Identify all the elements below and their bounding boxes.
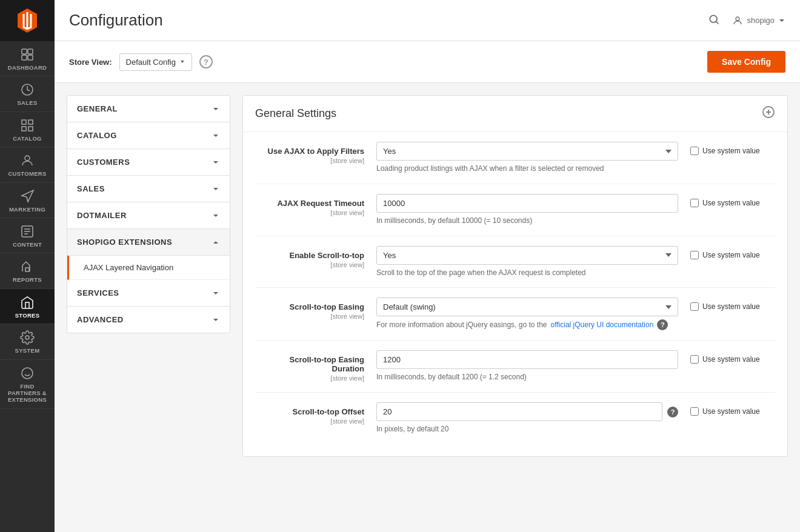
sidebar-item-catalog[interactable]: CATALOG — [0, 112, 55, 147]
setting-label-col: Scroll-to-top Offset [store view] — [255, 402, 376, 425]
offset-help-icon[interactable]: ? — [667, 407, 678, 417]
chevron-down-icon — [212, 211, 220, 220]
use-system-checkbox-1[interactable] — [690, 199, 699, 207]
setting-label: Scroll-to-top Offset — [293, 407, 364, 416]
use-system-checkbox-0[interactable] — [690, 147, 699, 155]
svg-rect-0 — [22, 49, 27, 54]
advanced-label: ADVANCED — [77, 315, 124, 324]
sidebar-item-sales[interactable]: SALES — [0, 76, 55, 111]
sidebar-item-system[interactable]: SYSTEM — [0, 324, 55, 359]
use-system-checkbox-5[interactable] — [690, 407, 699, 416]
setting-system-col: Use system value — [678, 402, 775, 416]
use-system-label: Use system value — [702, 407, 760, 416]
topbar-right: shopigo — [705, 11, 785, 30]
svg-point-5 — [25, 156, 30, 161]
chevron-up-icon — [212, 238, 220, 247]
left-panel-dotmailer[interactable]: DOTMAILER — [67, 202, 230, 229]
left-panel-advanced[interactable]: ADVANCED — [67, 307, 230, 333]
setting-label-col: Scroll-to-top Easing [store view] — [255, 298, 376, 320]
content-wrapper: GENERAL CATALOG CUSTOMERS SALES DOTMAILE… — [55, 83, 800, 469]
setting-control-col: Default (swing) Linear For more informat… — [376, 298, 678, 330]
help-text: ? — [204, 58, 208, 67]
sidebar-item-marketing-label: MARKETING — [9, 206, 45, 213]
setting-control-col: ? In pixels, by default 20 — [376, 402, 678, 434]
svg-rect-2 — [22, 55, 27, 60]
store-view-help-icon[interactable]: ? — [199, 55, 213, 68]
setting-label-col: Scroll-to-top Easing Duration [store vie… — [255, 350, 376, 382]
setting-system-col: Use system value — [678, 142, 775, 155]
easing-duration-input[interactable] — [376, 350, 678, 369]
save-config-button[interactable]: Save Config — [707, 51, 785, 73]
setting-control-col: In milliseconds, by default 1200 (= 1.2 … — [376, 350, 678, 382]
setting-desc: In pixels, by default 20 — [376, 424, 678, 434]
setting-label: Scroll-to-top Easing — [290, 302, 365, 311]
setting-system-col: Use system value — [678, 298, 775, 311]
chevron-down-icon — [212, 185, 220, 193]
general-label: GENERAL — [77, 104, 118, 113]
section-header: General Settings — [243, 96, 787, 132]
timeout-input[interactable] — [376, 194, 678, 213]
setting-desc: Scroll to the top of the page when the A… — [376, 268, 678, 278]
sidebar-item-marketing[interactable]: MARKETING — [0, 183, 55, 218]
easing-desc-prefix: For more information about jQuery easing… — [376, 320, 547, 330]
svg-point-10 — [710, 15, 718, 22]
left-panel-catalog[interactable]: CATALOG — [67, 122, 230, 149]
user-menu-button[interactable]: shopigo — [732, 15, 785, 26]
setting-system-col: Use system value — [678, 194, 775, 207]
section-title: General Settings — [255, 107, 336, 120]
sidebar-item-dashboard[interactable]: DASHBOARD — [0, 41, 55, 76]
jquery-docs-link[interactable]: official jQuery UI documentation — [550, 320, 653, 330]
svg-point-9 — [22, 368, 33, 379]
setting-desc: In milliseconds, by default 10000 (= 10 … — [376, 216, 678, 226]
store-view-label: Store View: — [69, 58, 112, 67]
use-system-checkbox-2[interactable] — [690, 251, 699, 259]
store-view-select[interactable]: Default Config — [119, 53, 192, 71]
chevron-down-icon — [212, 289, 220, 298]
left-panel-customers[interactable]: CUSTOMERS — [67, 149, 230, 176]
sidebar-item-partners[interactable]: FIND PARTNERS & EXTENSIONS — [0, 360, 55, 409]
customers-label: CUSTOMERS — [77, 158, 130, 167]
setting-control-col: In milliseconds, by default 10000 (= 10 … — [376, 194, 678, 226]
left-panel-sales[interactable]: SALES — [67, 176, 230, 202]
left-panel-general[interactable]: GENERAL — [67, 96, 230, 122]
sidebar-item-content[interactable]: CONTENT — [0, 218, 55, 253]
setting-control-col: Yes No Loading product listings with AJA… — [376, 142, 678, 174]
setting-scope: [store view] — [255, 209, 364, 216]
offset-input[interactable] — [376, 402, 662, 421]
setting-label-col: AJAX Request Timeout [store view] — [255, 194, 376, 216]
left-panel: GENERAL CATALOG CUSTOMERS SALES DOTMAILE… — [67, 95, 230, 333]
easing-help-icon[interactable]: ? — [657, 319, 668, 330]
setting-row-offset: Scroll-to-top Offset [store view] ? In p… — [255, 393, 775, 444]
use-system-label: Use system value — [702, 199, 760, 207]
left-panel-shopigo[interactable]: SHOPIGO EXTENSIONS — [67, 229, 230, 256]
svg-rect-1 — [28, 49, 33, 54]
left-panel-ajax-nav[interactable]: AJAX Layered Navigation — [67, 256, 230, 280]
store-view-value: Default Config — [126, 58, 176, 67]
sidebar-item-reports[interactable]: REPORTS — [0, 253, 55, 288]
sidebar-item-customers[interactable]: CUSTOMERS — [0, 147, 55, 182]
easing-select[interactable]: Default (swing) Linear — [376, 298, 678, 316]
use-system-checkbox-3[interactable] — [690, 302, 699, 311]
config-area: Store View: Default Config ? Save Config… — [55, 41, 800, 532]
sidebar-item-stores[interactable]: STORES — [0, 289, 55, 324]
main-content: Configuration shopigo Store View — [55, 0, 800, 532]
use-system-label: Use system value — [702, 355, 760, 364]
left-panel-services[interactable]: SERVICES — [67, 280, 230, 307]
setting-scope: [store view] — [255, 417, 364, 425]
setting-scope: [store view] — [255, 374, 364, 382]
scroll-top-select[interactable]: Yes No — [376, 246, 678, 265]
logo[interactable] — [0, 0, 55, 41]
svg-point-8 — [25, 336, 29, 339]
settings-table: Use AJAX to Apply Filters [store view] Y… — [243, 132, 787, 456]
user-name: shopigo — [747, 16, 775, 25]
sidebar-item-system-label: SYSTEM — [15, 347, 40, 354]
setting-label: Enable Scroll-to-top — [290, 251, 365, 260]
ajax-filters-select[interactable]: Yes No — [376, 142, 678, 161]
store-view-chevron-icon — [179, 59, 185, 65]
shopigo-label: SHOPIGO EXTENSIONS — [77, 238, 172, 247]
use-system-checkbox-4[interactable] — [690, 355, 699, 364]
setting-scope: [store view] — [255, 157, 364, 164]
search-button[interactable] — [705, 11, 722, 30]
page-title: Configuration — [69, 11, 163, 30]
collapse-button[interactable] — [762, 105, 775, 122]
